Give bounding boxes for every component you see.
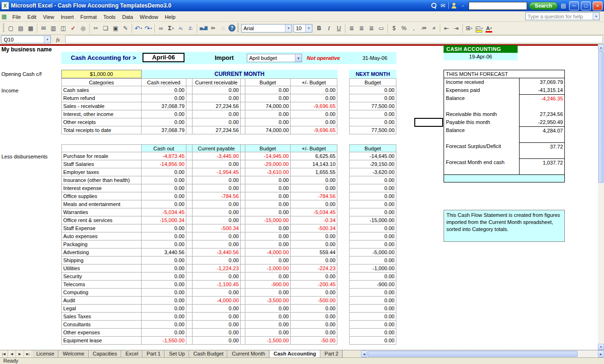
value-cell[interactable]: 0.00 — [193, 321, 241, 329]
value-cell[interactable]: 0.00 — [193, 313, 241, 321]
column-header[interactable]: Budget — [245, 144, 291, 152]
value-cell[interactable]: -15,000.00 — [245, 216, 291, 224]
value-cell[interactable]: -14,945.00 — [245, 152, 291, 160]
value-cell[interactable]: -500.34 — [291, 224, 337, 232]
value-cell[interactable] — [186, 216, 193, 224]
value-cell[interactable]: 0.00 — [245, 313, 291, 321]
import-dropdown-arrow[interactable]: ▼ — [295, 54, 302, 62]
value-cell[interactable] — [241, 168, 245, 176]
category-cell[interactable]: Warranties — [61, 208, 142, 216]
new-icon[interactable]: ▢ — [6, 24, 16, 33]
titlebar-search-input[interactable] — [469, 2, 527, 10]
category-cell[interactable]: Sales Taxes — [61, 313, 142, 321]
value-cell[interactable]: 0.00 — [349, 240, 396, 248]
value-cell[interactable]: 0.00 — [245, 200, 291, 208]
value-cell[interactable] — [241, 265, 245, 273]
increase-indent-icon[interactable]: ⇥ — [452, 24, 461, 33]
value-cell[interactable]: -224.23 — [291, 265, 337, 273]
value-cell[interactable]: 74,000.00 — [245, 102, 291, 110]
formula-input[interactable] — [65, 35, 603, 43]
category-cell[interactable]: Office supplies — [61, 192, 142, 200]
drawing-icon[interactable]: ✏ — [209, 24, 218, 33]
value-cell[interactable]: 0.00 — [349, 192, 396, 200]
value-cell[interactable] — [337, 313, 349, 321]
value-cell[interactable]: 0.00 — [245, 110, 291, 118]
value-cell[interactable]: 0.00 — [193, 208, 241, 216]
fill-color-icon[interactable]: ◱▾ — [474, 24, 484, 33]
font-name-combo[interactable]: Arial ▾ — [241, 24, 292, 33]
value-cell[interactable]: 0.00 — [291, 176, 337, 184]
value-cell[interactable] — [337, 86, 349, 94]
category-cell[interactable]: Interest expense — [61, 184, 142, 192]
import-label[interactable]: Import — [215, 54, 234, 61]
value-cell[interactable] — [186, 184, 193, 192]
decrease-decimal-icon[interactable]: .0 — [429, 24, 438, 33]
autosum-icon[interactable]: Σ▾ — [166, 24, 176, 33]
value-cell[interactable]: -15,000.34 — [142, 216, 186, 224]
value-cell[interactable]: 0.00 — [193, 160, 241, 168]
value-cell[interactable]: -0.34 — [291, 216, 337, 224]
value-cell[interactable] — [241, 102, 245, 110]
value-cell[interactable]: 0.00 — [291, 110, 337, 118]
value-cell[interactable] — [337, 118, 349, 126]
find-icon[interactable] — [430, 2, 437, 9]
value-cell[interactable]: -14,856.90 — [142, 160, 186, 168]
value-cell[interactable] — [241, 176, 245, 184]
scroll-left-button[interactable]: ◀ — [361, 350, 367, 357]
value-cell[interactable]: -4,000.00 — [193, 297, 241, 305]
value-cell[interactable]: 0.00 — [142, 184, 186, 192]
value-cell[interactable]: -3,620.00 — [349, 168, 396, 176]
category-cell[interactable]: Telecoms — [61, 281, 142, 289]
value-cell[interactable]: 0.00 — [193, 176, 241, 184]
forecast-value[interactable]: 37.72 — [519, 142, 564, 150]
column-header[interactable]: Budget — [349, 78, 396, 86]
zoom-icon[interactable]: ◌ — [218, 24, 228, 33]
column-header[interactable]: Budget — [245, 78, 291, 86]
category-cell[interactable]: Packaging — [61, 240, 142, 248]
category-cell[interactable]: Consultants — [61, 321, 142, 329]
column-header[interactable] — [61, 144, 142, 152]
value-cell[interactable]: 0.00 — [291, 289, 337, 297]
value-cell[interactable]: 77,500.00 — [349, 102, 396, 110]
value-cell[interactable]: 0.00 — [245, 86, 291, 94]
previous-sheet-button[interactable]: ◀ — [8, 350, 16, 357]
value-cell[interactable]: 0.00 — [142, 321, 186, 329]
first-sheet-button[interactable]: |◀ — [0, 350, 8, 357]
value-cell[interactable]: 0.00 — [245, 289, 291, 297]
value-cell[interactable]: 0.00 — [245, 192, 291, 200]
value-cell[interactable]: -1,550.00 — [142, 337, 186, 345]
close-button[interactable]: × — [593, 1, 603, 10]
value-cell[interactable] — [241, 118, 245, 126]
category-cell[interactable]: Office rent & services — [61, 216, 142, 224]
page-icon[interactable]: ▤ — [560, 2, 567, 9]
value-cell[interactable] — [186, 248, 193, 256]
value-cell[interactable]: 0.00 — [291, 329, 337, 337]
value-cell[interactable]: 0.00 — [349, 176, 396, 184]
value-cell[interactable]: 0.00 — [142, 273, 186, 281]
value-cell[interactable] — [241, 152, 245, 160]
value-cell[interactable]: 0.00 — [349, 337, 396, 345]
value-cell[interactable]: 0.00 — [193, 240, 241, 248]
value-cell[interactable]: -50.00 — [291, 337, 337, 345]
value-cell[interactable]: 0.00 — [245, 118, 291, 126]
value-cell[interactable] — [337, 160, 349, 168]
value-cell[interactable]: 0.00 — [245, 208, 291, 216]
value-cell[interactable]: 0.00 — [349, 224, 396, 232]
forecast-value[interactable]: -4,246.35 — [519, 94, 564, 102]
category-cell[interactable]: Advertising — [61, 248, 142, 256]
sheet-tab-welcome[interactable]: Welcome — [59, 350, 89, 357]
value-cell[interactable]: -200.45 — [291, 281, 337, 289]
align-left-icon[interactable]: ≣ — [347, 24, 356, 33]
value-cell[interactable] — [186, 329, 193, 337]
help-dropdown-arrow[interactable]: ▾ — [593, 13, 599, 20]
vertical-scroll-thumb[interactable] — [598, 51, 604, 183]
sheet-tab-cash-accounting[interactable]: Cash Accounting — [269, 350, 320, 357]
column-header[interactable] — [337, 78, 349, 86]
value-cell[interactable]: 0.00 — [142, 289, 186, 297]
category-cell[interactable]: Interest, other income — [61, 110, 142, 118]
value-cell[interactable] — [186, 110, 193, 118]
category-cell[interactable]: Insurance (other than health) — [61, 176, 142, 184]
bold-icon[interactable]: B — [314, 24, 324, 33]
value-cell[interactable]: 0.00 — [349, 184, 396, 192]
value-cell[interactable]: 27,234.56 — [193, 102, 241, 110]
